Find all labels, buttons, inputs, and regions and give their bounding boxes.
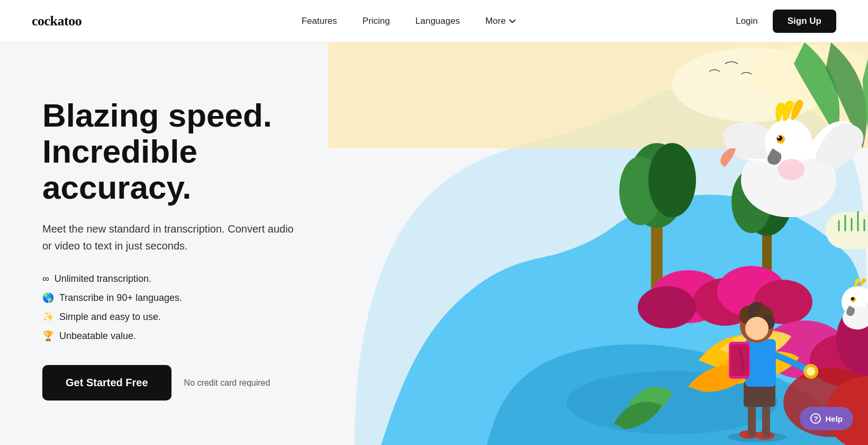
signup-button[interactable]: Sign Up [773,10,836,33]
svg-point-25 [777,136,782,141]
hero-cta: Get Started Free No credit card required [42,365,296,400]
feature-icon-languages: 🌎 [42,292,54,304]
nav-auth: Login Sign Up [736,10,836,33]
svg-rect-35 [748,403,756,437]
nav-languages[interactable]: Languages [415,16,460,26]
help-button[interactable]: ? Help [800,407,853,430]
svg-rect-49 [826,212,868,249]
svg-point-46 [745,317,768,340]
feature-simple: ✨ Simple and easy to use. [42,311,296,323]
feature-text-value: Unbeatable value. [59,331,136,342]
no-credit-text: No credit card required [184,378,270,388]
login-button[interactable]: Login [736,16,758,26]
hero-features: ∞ Unlimited transcription. 🌎 Transcribe … [42,273,296,342]
hero-svg-illustration [328,42,868,445]
svg-point-31 [851,297,854,300]
feature-icon-simple: ✨ [42,311,54,323]
get-started-button[interactable]: Get Started Free [42,365,171,400]
svg-point-26 [777,136,780,138]
hero-heading: Blazing speed. Incredible accuracy. [42,97,296,206]
logo: cockatoo [32,13,82,29]
chevron-down-icon [509,17,516,25]
feature-unlimited: ∞ Unlimited transcription. [42,273,296,284]
feature-value: 🏆 Unbeatable value. [42,330,296,342]
feature-languages: 🌎 Transcribe in 90+ languages. [42,292,296,304]
feature-icon-unlimited: ∞ [42,273,49,284]
feature-icon-value: 🏆 [42,330,54,342]
svg-rect-36 [762,403,770,437]
svg-point-9 [648,143,696,217]
nav-features[interactable]: Features [302,16,337,26]
nav-pricing[interactable]: Pricing [363,16,390,26]
feature-text-languages: Transcribe in 90+ languages. [59,292,182,304]
hero-section: Blazing speed. Incredible accuracy. Meet… [0,42,868,445]
nav-links: Features Pricing Languages More [302,16,516,26]
help-label: Help [825,414,843,423]
navbar: cockatoo Features Pricing Languages More… [0,0,868,42]
svg-point-48 [807,367,815,376]
hero-subtext: Meet the new standard in transcription. … [42,220,296,254]
svg-point-27 [778,159,804,180]
svg-point-14 [638,286,696,328]
feature-text-simple: Simple and easy to use. [59,312,161,323]
hero-left: Blazing speed. Incredible accuracy. Meet… [0,42,328,445]
hero-illustration-area [328,42,868,445]
help-icon: ? [810,413,821,424]
feature-text-unlimited: Unlimited transcription. [55,273,151,284]
nav-more[interactable]: More [485,16,516,26]
